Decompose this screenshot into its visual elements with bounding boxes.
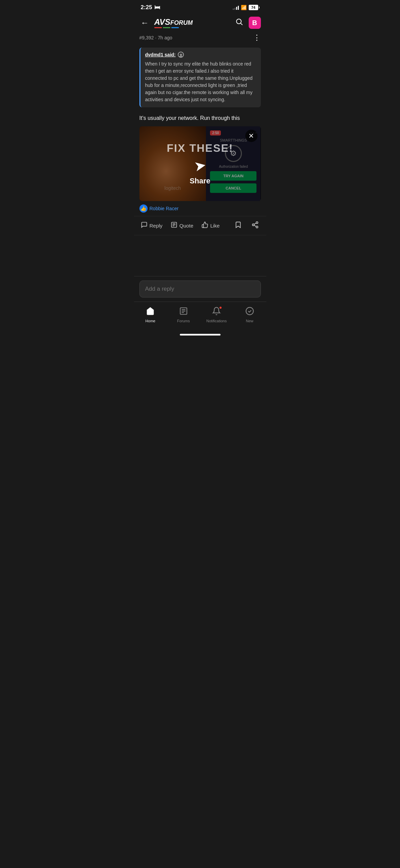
notification-dot [219,306,222,309]
status-time: 2:25 🛏 [141,4,160,11]
add-reply-input[interactable] [139,281,261,297]
bookmark-button[interactable] [232,219,244,232]
svg-point-8 [256,226,258,228]
avs-logo: AVS FORUM [154,17,230,28]
reply-icon [141,221,148,230]
media-block: logitech 2:50 SMARTTHINGS ⚙ Authorizatio… [139,126,261,201]
nav-forums[interactable]: Forums [167,305,200,325]
status-bar: 2:25 🛏 📶 74 [134,0,266,14]
like-button[interactable]: Like [200,219,221,232]
logo-forum-text: FORUM [170,19,193,26]
nav-home[interactable]: Home [134,305,167,325]
post-info: #9,392 · 7h ago [139,35,172,40]
nav-notifications-label: Notifications [206,319,227,323]
svg-point-6 [256,222,258,224]
forums-icon [179,307,188,318]
battery-indicator: 74 [249,5,260,10]
reply-button[interactable]: Reply [139,219,164,232]
home-icon [146,307,155,318]
svg-point-0 [236,19,241,24]
thumbs-up-icon: 👍 [140,206,146,211]
post-body: It's usually your network. Run through t… [134,110,266,126]
reply-label: Reply [150,223,163,229]
quote-icon [171,221,177,230]
back-button[interactable]: ← [139,17,150,29]
more-options-button[interactable]: ⋮ [253,33,261,42]
add-reply-container [134,276,266,302]
liked-by-user[interactable]: Robbie Racer [150,206,179,211]
home-indicator [134,332,266,337]
nav-home-label: Home [146,319,155,323]
nav-notifications[interactable]: Notifications [200,305,233,325]
svg-line-1 [241,23,242,25]
fix-these-text: FIX THESE! [167,142,233,155]
notifications-icon [212,308,221,317]
new-icon [245,307,254,318]
like-label: Like [210,223,220,229]
media-overlay: FIX THESE! ➤ Share [139,126,261,201]
svg-line-10 [254,223,256,224]
status-icons: 📶 74 [233,5,260,10]
home-indicator-bar [180,334,221,336]
quote-author[interactable]: dvdmd1 said: ⊕ [145,52,256,58]
share-label: Share [190,177,210,185]
notification-wrapper [212,307,221,318]
reply-area [134,235,266,276]
quote-text: When I try to sync my elite the hub blin… [145,60,256,103]
share-arrow-icon: ➤ [193,156,207,175]
share-button[interactable] [249,219,261,232]
quote-label: Quote [179,223,193,229]
sleep-icon: 🛏 [154,4,160,11]
nav-new[interactable]: New [233,305,266,325]
search-button[interactable] [234,16,245,29]
like-icon [202,221,208,230]
user-avatar[interactable]: B [249,17,261,29]
post-meta: #9,392 · 7h ago ⋮ [134,32,266,45]
quote-button[interactable]: Quote [169,219,195,232]
svg-line-9 [254,225,256,227]
like-avatar: 👍 [139,204,148,213]
quote-navigate-icon: ⊕ [178,52,184,58]
battery-tip [259,6,260,8]
signal-icon [233,5,239,10]
likes-row: 👍 Robbie Racer [134,201,266,216]
svg-point-7 [252,224,254,226]
quote-block: dvdmd1 said: ⊕ When I try to sync my eli… [139,48,261,107]
nav-new-label: New [246,319,253,323]
close-media-button[interactable]: ✕ [245,130,258,142]
bottom-nav: Home Forums Notifications [134,302,266,332]
wifi-icon: 📶 [241,5,247,10]
actions-row: Reply Quote Like [134,216,266,235]
logo-avs-text: AVS [154,17,171,27]
battery-level: 74 [249,5,258,10]
nav-forums-label: Forums [177,319,190,323]
header: ← AVS FORUM B [134,14,266,32]
